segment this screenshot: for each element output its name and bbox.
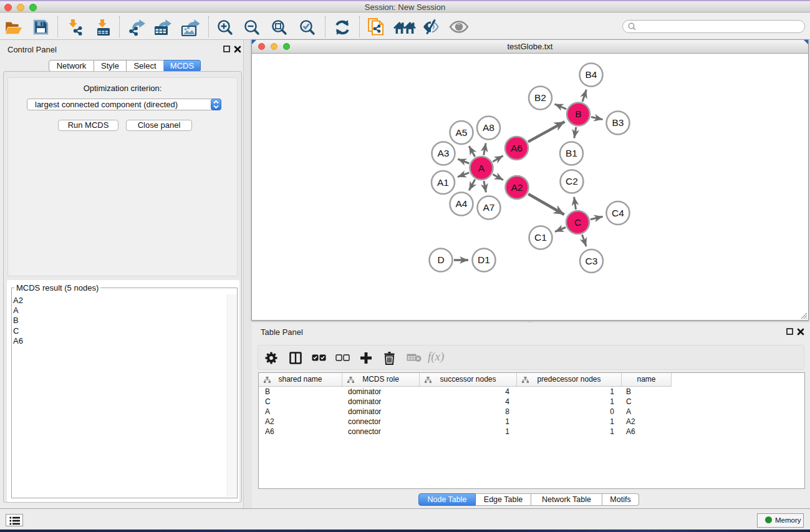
svg-text:C: C xyxy=(574,217,581,228)
svg-text:C1: C1 xyxy=(534,232,547,243)
svg-text:B: B xyxy=(575,109,581,119)
svg-text:A7: A7 xyxy=(483,202,495,213)
svg-text:A8: A8 xyxy=(483,122,494,133)
svg-text:A6: A6 xyxy=(511,143,523,153)
svg-text:A1: A1 xyxy=(437,177,449,188)
svg-text:C2: C2 xyxy=(566,176,578,186)
svg-text:A3: A3 xyxy=(438,148,450,158)
svg-text:A2: A2 xyxy=(511,182,523,193)
svg-text:D1: D1 xyxy=(478,254,490,265)
svg-text:A4: A4 xyxy=(456,198,468,209)
svg-text:B1: B1 xyxy=(566,148,577,158)
svg-text:A5: A5 xyxy=(456,127,468,138)
svg-text:B4: B4 xyxy=(586,69,597,80)
svg-text:B2: B2 xyxy=(534,92,546,103)
svg-text:A: A xyxy=(478,163,485,173)
svg-text:B3: B3 xyxy=(612,117,624,128)
svg-text:C3: C3 xyxy=(586,256,598,266)
svg-text:D: D xyxy=(437,254,444,265)
svg-text:C4: C4 xyxy=(612,208,624,218)
